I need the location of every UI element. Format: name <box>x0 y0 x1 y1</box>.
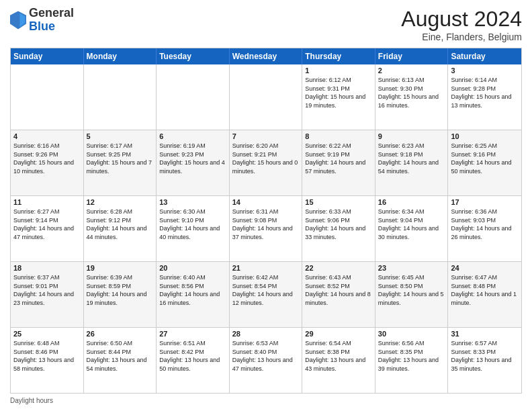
calendar-cell: 16Sunrise: 6:34 AM Sunset: 9:04 PM Dayli… <box>375 196 449 261</box>
day-info: Sunrise: 6:22 AM Sunset: 9:19 PM Dayligh… <box>305 142 372 175</box>
calendar-cell <box>84 64 157 130</box>
calendar-cell: 21Sunrise: 6:42 AM Sunset: 8:54 PM Dayli… <box>230 262 303 327</box>
header: General Blue August 2024 Eine, Flanders,… <box>10 7 522 42</box>
day-number: 29 <box>305 330 372 338</box>
day-info: Sunrise: 6:43 AM Sunset: 8:52 PM Dayligh… <box>305 273 372 307</box>
day-number: 9 <box>378 132 445 140</box>
day-number: 30 <box>378 330 445 338</box>
day-number: 2 <box>378 66 445 75</box>
day-info: Sunrise: 6:28 AM Sunset: 9:12 PM Dayligh… <box>87 208 154 241</box>
day-number: 31 <box>451 330 519 338</box>
day-number: 5 <box>87 132 154 140</box>
day-number: 6 <box>159 132 226 140</box>
calendar-cell <box>230 64 303 130</box>
calendar-cell: 15Sunrise: 6:33 AM Sunset: 9:06 PM Dayli… <box>302 196 375 261</box>
day-info: Sunrise: 6:19 AM Sunset: 9:23 PM Dayligh… <box>159 142 226 175</box>
day-number: 4 <box>13 132 81 140</box>
daylight-label: Daylight hours <box>10 397 53 404</box>
day-info: Sunrise: 6:39 AM Sunset: 8:59 PM Dayligh… <box>87 273 154 307</box>
calendar-cell <box>11 64 84 130</box>
calendar-body: 1Sunrise: 6:12 AM Sunset: 9:31 PM Daylig… <box>11 64 521 393</box>
calendar-cell: 12Sunrise: 6:28 AM Sunset: 9:12 PM Dayli… <box>84 196 157 261</box>
day-info: Sunrise: 6:20 AM Sunset: 9:21 PM Dayligh… <box>232 142 300 175</box>
day-info: Sunrise: 6:42 AM Sunset: 8:54 PM Dayligh… <box>232 273 300 307</box>
day-number: 16 <box>378 198 445 206</box>
day-info: Sunrise: 6:36 AM Sunset: 9:03 PM Dayligh… <box>451 208 519 241</box>
day-info: Sunrise: 6:30 AM Sunset: 9:10 PM Dayligh… <box>159 208 226 241</box>
day-info: Sunrise: 6:25 AM Sunset: 9:16 PM Dayligh… <box>451 142 519 175</box>
calendar-week-2: 4Sunrise: 6:16 AM Sunset: 9:26 PM Daylig… <box>11 130 521 196</box>
day-number: 28 <box>232 330 300 338</box>
day-info: Sunrise: 6:56 AM Sunset: 8:35 PM Dayligh… <box>378 339 445 373</box>
day-number: 17 <box>451 198 519 206</box>
calendar-cell <box>157 64 230 130</box>
calendar-cell: 17Sunrise: 6:36 AM Sunset: 9:03 PM Dayli… <box>448 196 521 261</box>
day-info: Sunrise: 6:37 AM Sunset: 9:01 PM Dayligh… <box>13 273 81 307</box>
calendar-cell: 24Sunrise: 6:47 AM Sunset: 8:48 PM Dayli… <box>448 262 521 327</box>
day-number: 18 <box>13 264 81 272</box>
weekday-wednesday: Wednesday <box>230 48 303 64</box>
day-number: 23 <box>378 264 445 272</box>
calendar-cell: 11Sunrise: 6:27 AM Sunset: 9:14 PM Dayli… <box>11 196 84 261</box>
calendar-header: Sunday Monday Tuesday Wednesday Thursday… <box>11 48 521 64</box>
calendar-cell: 2Sunrise: 6:13 AM Sunset: 9:30 PM Daylig… <box>375 64 449 130</box>
day-number: 11 <box>13 198 81 206</box>
day-info: Sunrise: 6:45 AM Sunset: 8:50 PM Dayligh… <box>378 273 445 307</box>
weekday-friday: Friday <box>375 48 449 64</box>
day-info: Sunrise: 6:51 AM Sunset: 8:42 PM Dayligh… <box>159 339 226 373</box>
calendar-week-3: 11Sunrise: 6:27 AM Sunset: 9:14 PM Dayli… <box>11 196 521 262</box>
day-info: Sunrise: 6:17 AM Sunset: 9:25 PM Dayligh… <box>87 142 154 175</box>
day-info: Sunrise: 6:47 AM Sunset: 8:48 PM Dayligh… <box>451 273 519 307</box>
calendar-week-4: 18Sunrise: 6:37 AM Sunset: 9:01 PM Dayli… <box>11 262 521 328</box>
weekday-thursday: Thursday <box>302 48 375 64</box>
day-number: 22 <box>305 264 372 272</box>
calendar-cell: 23Sunrise: 6:45 AM Sunset: 8:50 PM Dayli… <box>375 262 449 327</box>
day-info: Sunrise: 6:53 AM Sunset: 8:40 PM Dayligh… <box>232 339 300 373</box>
month-title: August 2024 <box>401 7 522 32</box>
day-info: Sunrise: 6:27 AM Sunset: 9:14 PM Dayligh… <box>13 208 81 241</box>
day-info: Sunrise: 6:33 AM Sunset: 9:06 PM Dayligh… <box>305 208 372 241</box>
calendar-cell: 19Sunrise: 6:39 AM Sunset: 8:59 PM Dayli… <box>84 262 157 327</box>
day-number: 15 <box>305 198 372 206</box>
logo-text: General Blue <box>29 7 74 34</box>
calendar-week-5: 25Sunrise: 6:48 AM Sunset: 8:46 PM Dayli… <box>11 328 521 393</box>
day-number: 10 <box>451 132 519 140</box>
day-info: Sunrise: 6:12 AM Sunset: 9:31 PM Dayligh… <box>305 76 372 109</box>
calendar-cell: 27Sunrise: 6:51 AM Sunset: 8:42 PM Dayli… <box>157 328 230 393</box>
calendar-cell: 28Sunrise: 6:53 AM Sunset: 8:40 PM Dayli… <box>230 328 303 393</box>
day-info: Sunrise: 6:40 AM Sunset: 8:56 PM Dayligh… <box>159 273 226 307</box>
calendar-cell: 30Sunrise: 6:56 AM Sunset: 8:35 PM Dayli… <box>375 328 449 393</box>
calendar-cell: 4Sunrise: 6:16 AM Sunset: 9:26 PM Daylig… <box>11 130 84 195</box>
calendar-week-1: 1Sunrise: 6:12 AM Sunset: 9:31 PM Daylig… <box>11 64 521 130</box>
weekday-saturday: Saturday <box>448 48 521 64</box>
day-number: 24 <box>451 264 519 272</box>
calendar-cell: 20Sunrise: 6:40 AM Sunset: 8:56 PM Dayli… <box>157 262 230 327</box>
calendar-cell: 9Sunrise: 6:23 AM Sunset: 9:18 PM Daylig… <box>375 130 449 195</box>
day-number: 14 <box>232 198 300 206</box>
title-block: August 2024 Eine, Flanders, Belgium <box>401 7 522 42</box>
page: General Blue August 2024 Eine, Flanders,… <box>0 0 532 411</box>
logo-blue: Blue <box>29 19 55 33</box>
day-info: Sunrise: 6:54 AM Sunset: 8:38 PM Dayligh… <box>305 339 372 373</box>
calendar-cell: 10Sunrise: 6:25 AM Sunset: 9:16 PM Dayli… <box>448 130 521 195</box>
calendar-cell: 8Sunrise: 6:22 AM Sunset: 9:19 PM Daylig… <box>302 130 375 195</box>
calendar-cell: 14Sunrise: 6:31 AM Sunset: 9:08 PM Dayli… <box>230 196 303 261</box>
generalblue-logo-icon <box>10 11 26 30</box>
logo-general: General <box>29 6 74 19</box>
day-number: 27 <box>159 330 226 338</box>
day-number: 20 <box>159 264 226 272</box>
weekday-sunday: Sunday <box>11 48 84 64</box>
day-number: 13 <box>159 198 226 206</box>
day-info: Sunrise: 6:23 AM Sunset: 9:18 PM Dayligh… <box>378 142 445 175</box>
calendar: Sunday Monday Tuesday Wednesday Thursday… <box>10 48 522 394</box>
calendar-cell: 5Sunrise: 6:17 AM Sunset: 9:25 PM Daylig… <box>84 130 157 195</box>
calendar-cell: 6Sunrise: 6:19 AM Sunset: 9:23 PM Daylig… <box>157 130 230 195</box>
day-number: 26 <box>87 330 154 338</box>
calendar-cell: 3Sunrise: 6:14 AM Sunset: 9:28 PM Daylig… <box>448 64 521 130</box>
location: Eine, Flanders, Belgium <box>401 32 522 42</box>
day-number: 21 <box>232 264 300 272</box>
weekday-tuesday: Tuesday <box>157 48 230 64</box>
day-number: 7 <box>232 132 300 140</box>
day-info: Sunrise: 6:50 AM Sunset: 8:44 PM Dayligh… <box>87 339 154 373</box>
calendar-cell: 25Sunrise: 6:48 AM Sunset: 8:46 PM Dayli… <box>11 328 84 393</box>
